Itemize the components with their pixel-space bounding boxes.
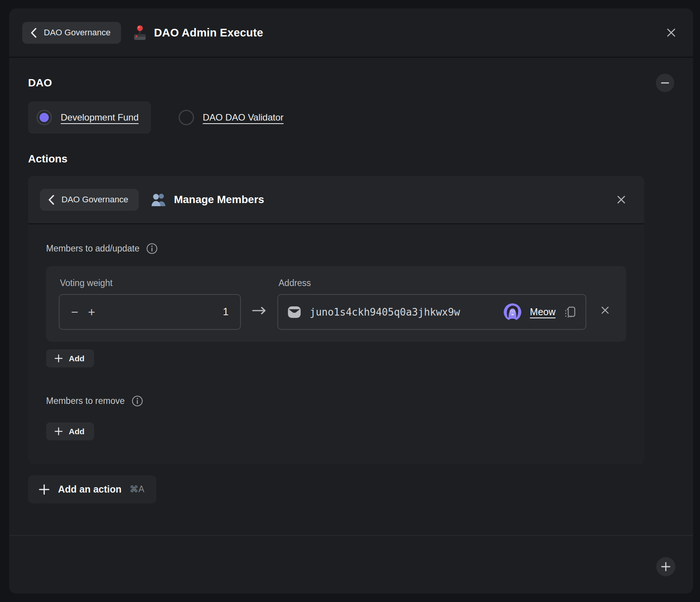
add-an-action-label: Add an action bbox=[58, 484, 121, 495]
chevron-left-icon bbox=[48, 194, 55, 205]
copy-icon[interactable] bbox=[564, 306, 576, 319]
action-card-manage-members: DAO Governance Manage Members bbox=[28, 176, 644, 464]
add-remove-label: Add bbox=[69, 427, 85, 436]
info-icon[interactable] bbox=[146, 243, 158, 255]
back-button[interactable]: DAO Governance bbox=[22, 22, 121, 44]
address-label: Address bbox=[279, 278, 586, 288]
modal-panel: DAO Governance DAO Admin Execute DAO bbox=[9, 8, 693, 594]
plus-icon bbox=[54, 354, 63, 363]
increment-button[interactable]: + bbox=[88, 306, 105, 318]
members-to-add-row: Members to add/update bbox=[46, 243, 626, 255]
info-icon[interactable] bbox=[131, 395, 143, 407]
action-title-wrap: Manage Members bbox=[151, 193, 264, 207]
address-column: Address juno1s4ckh9405q0a3jhkwx9w bbox=[277, 278, 586, 330]
people-icon bbox=[151, 193, 167, 207]
arrow-right-icon bbox=[241, 293, 277, 328]
action-back-button[interactable]: DAO Governance bbox=[40, 189, 139, 211]
voting-weight-stepper: − + 1 bbox=[59, 294, 241, 330]
footer-divider bbox=[9, 535, 693, 536]
dao-option-label: DAO DAO Validator bbox=[203, 112, 284, 123]
dao-heading: DAO bbox=[28, 77, 52, 89]
keyboard-shortcut: ⌘A bbox=[129, 484, 144, 495]
modal-title-wrap: DAO Admin Execute bbox=[132, 25, 263, 41]
members-to-remove-label: Members to remove bbox=[46, 396, 125, 406]
add-an-action-button[interactable]: Add an action ⌘A bbox=[28, 475, 156, 503]
plus-icon bbox=[660, 561, 671, 572]
members-to-remove-row: Members to remove bbox=[46, 395, 626, 407]
radio-unselected-icon bbox=[179, 110, 194, 125]
action-card-header: DAO Governance Manage Members bbox=[28, 176, 644, 224]
dao-option-label: Development Fund bbox=[61, 112, 139, 123]
close-icon[interactable] bbox=[665, 26, 678, 39]
decrement-button[interactable]: − bbox=[71, 306, 88, 318]
add-remove-member-button[interactable]: Add bbox=[46, 422, 94, 440]
dao-section-header: DAO bbox=[28, 74, 674, 92]
back-button-label: DAO Governance bbox=[44, 28, 111, 38]
avatar bbox=[504, 303, 521, 321]
dao-option-dao-dao-validator[interactable]: DAO DAO Validator bbox=[170, 101, 296, 134]
wallet-icon bbox=[287, 306, 301, 319]
dao-option-development-fund[interactable]: Development Fund bbox=[28, 101, 151, 134]
address-input[interactable]: juno1s4ckh9405q0a3jhkwx9w bbox=[277, 294, 586, 330]
voting-weight-label: Voting weight bbox=[60, 278, 241, 288]
page-title: DAO Admin Execute bbox=[154, 26, 263, 39]
action-card-body: Members to add/update Voting weight − + … bbox=[28, 224, 644, 464]
add-member-label: Add bbox=[69, 354, 85, 363]
radio-selected-icon bbox=[36, 110, 52, 125]
action-title: Manage Members bbox=[174, 194, 264, 206]
plus-icon bbox=[38, 484, 50, 495]
remove-action-icon[interactable] bbox=[615, 194, 627, 206]
action-back-label: DAO Governance bbox=[61, 195, 128, 205]
actions-section-header: Actions bbox=[28, 153, 674, 165]
remove-member-icon[interactable] bbox=[597, 302, 614, 319]
members-to-add-label: Members to add/update bbox=[46, 243, 139, 254]
add-fab-button[interactable] bbox=[656, 557, 675, 576]
actions-heading: Actions bbox=[28, 153, 68, 165]
joystick-icon bbox=[132, 25, 148, 41]
collapse-section-button[interactable] bbox=[656, 74, 674, 92]
profile-link[interactable]: Meow bbox=[530, 306, 556, 318]
add-member-button[interactable]: Add bbox=[46, 349, 94, 367]
voting-weight-value[interactable]: 1 bbox=[223, 306, 229, 318]
minus-icon bbox=[660, 78, 670, 88]
plus-icon bbox=[54, 427, 63, 436]
member-entry-card: Voting weight − + 1 Address bbox=[46, 266, 626, 342]
modal-header: DAO Governance DAO Admin Execute bbox=[9, 8, 693, 58]
dao-options: Development Fund DAO DAO Validator bbox=[28, 101, 674, 134]
chevron-left-icon bbox=[30, 27, 37, 38]
voting-weight-column: Voting weight − + 1 bbox=[59, 278, 241, 330]
address-value[interactable]: juno1s4ckh9405q0a3jhkwx9w bbox=[310, 306, 495, 318]
